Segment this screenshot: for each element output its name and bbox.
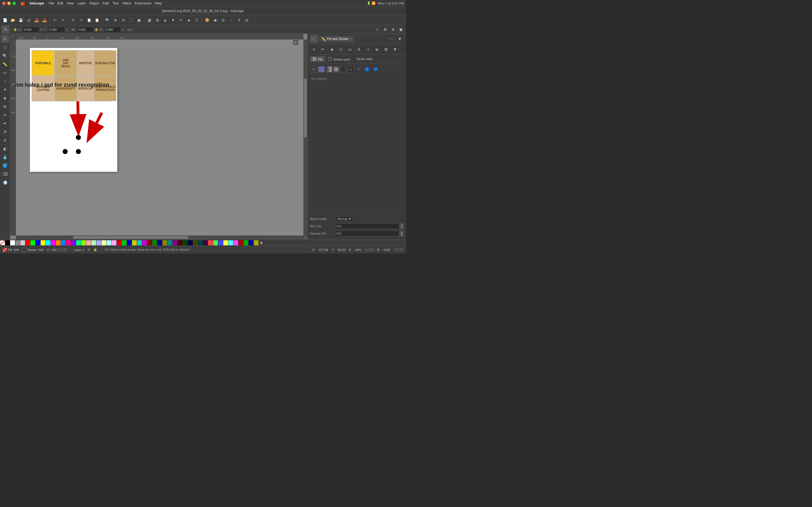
menu-help[interactable]: Help <box>155 1 162 5</box>
z-plus-btn[interactable]: + <box>370 248 373 251</box>
snap-node[interactable]: ⊛ <box>390 26 396 33</box>
page-indicator[interactable]: ⊞ <box>293 40 298 45</box>
paste-inplace-button[interactable]: 📋 <box>94 17 100 24</box>
xml-button[interactable]: ⟨⟩ <box>193 17 200 24</box>
raise-button[interactable]: ▲ <box>162 17 168 24</box>
palette-swatch-20[interactable] <box>107 240 112 245</box>
palette-swatch-44[interactable] <box>229 240 234 245</box>
opacity-plus-btn[interactable]: + <box>63 248 67 251</box>
text-tool[interactable]: A <box>1 136 9 144</box>
swatches-button[interactable]: ◉ <box>212 17 218 24</box>
panel-more-btn[interactable]: ⋯ <box>387 35 395 43</box>
palette-swatch-38[interactable] <box>198 240 203 245</box>
zoom-out-button[interactable]: ⊖ <box>120 17 126 24</box>
no-fill-swatch[interactable] <box>0 240 5 245</box>
x-input[interactable] <box>22 27 39 33</box>
panel-icon-5[interactable]: ▭ <box>346 45 354 53</box>
object-props-button[interactable]: ℹ <box>236 17 242 24</box>
paste-button[interactable]: 📋 <box>86 17 93 24</box>
palette-swatch-17[interactable] <box>91 240 96 245</box>
ungroup-button[interactable]: ⊞ <box>154 17 161 24</box>
palette-swatch-21[interactable] <box>112 240 117 245</box>
scrollbar-v-thumb[interactable] <box>304 78 307 137</box>
transform-button[interactable]: ↕ <box>227 17 234 24</box>
fill-stroke-button[interactable]: 🎨 <box>204 17 211 24</box>
opacity-input[interactable] <box>335 231 399 236</box>
menu-object[interactable]: Object <box>89 1 99 5</box>
palette-swatch-46[interactable] <box>239 240 244 245</box>
paint-custom2-btn[interactable]: 💙 <box>372 66 379 73</box>
fill-tab-stroke-paint[interactable]: Stroke paint <box>325 56 353 62</box>
group-button[interactable]: ▦ <box>146 17 153 24</box>
calligraphy-tool[interactable]: ☭ <box>1 128 9 136</box>
minimize-button[interactable] <box>7 2 11 5</box>
canvas-area[interactable]: -100 -50 0 50 100 150 200 250 0 50 100 1… <box>10 34 307 239</box>
palette-swatch-7[interactable] <box>41 240 46 245</box>
blur-input[interactable] <box>335 223 399 229</box>
palette-swatch-30[interactable] <box>157 240 162 245</box>
fill-tab-stroke-style[interactable]: Stroke style <box>354 56 375 62</box>
palette-scroll-right[interactable]: ▶ <box>259 240 264 245</box>
palette-swatch-15[interactable] <box>81 240 86 245</box>
palette-swatch-43[interactable] <box>223 240 229 245</box>
menu-filters[interactable]: Filters <box>122 1 132 5</box>
palette-swatch-48[interactable] <box>249 240 254 245</box>
open-button[interactable]: 📂 <box>10 17 16 24</box>
scrollbar-v[interactable] <box>303 40 307 235</box>
node-tool[interactable]: ⬡ <box>1 43 9 51</box>
opacity-down-btn[interactable]: ▼ <box>400 233 404 236</box>
dropper-tool[interactable]: 💧 <box>1 153 9 161</box>
palette-swatch-13[interactable] <box>71 240 76 245</box>
blend-mode-dropdown[interactable]: Normal ▼ <box>335 216 353 221</box>
palette-swatch-37[interactable] <box>193 240 198 245</box>
panel-icon-2[interactable]: ✏ <box>319 45 327 53</box>
palette-swatch-12[interactable] <box>66 240 71 245</box>
palette-swatch-28[interactable] <box>147 240 152 245</box>
save-button[interactable]: 💾 <box>17 17 24 24</box>
selector-tool[interactable]: ↖ <box>1 35 9 43</box>
palette-swatch-36[interactable] <box>188 240 193 245</box>
palette-swatch-32[interactable] <box>167 240 172 245</box>
paint-linear-btn[interactable] <box>326 66 332 72</box>
r-plus-btn[interactable]: + <box>399 248 403 251</box>
h-input[interactable] <box>104 27 121 33</box>
panel-nav-back[interactable]: ← <box>310 35 318 43</box>
palette-swatch-35[interactable] <box>183 240 188 245</box>
paint-custom1-btn[interactable]: 🔵 <box>363 66 371 73</box>
align-button[interactable]: ≡ <box>177 17 185 24</box>
zoom-tool[interactable]: 🔍 <box>1 52 9 60</box>
tab-close-icon[interactable]: ✕ <box>350 38 352 41</box>
rect-tool[interactable]: ▭ <box>1 69 9 76</box>
palette-swatch-8[interactable] <box>46 240 51 245</box>
palette-swatch-23[interactable] <box>122 240 127 245</box>
palette-swatch-14[interactable] <box>76 240 81 245</box>
palette-swatch-45[interactable] <box>234 240 239 245</box>
palette-swatch-25[interactable] <box>132 240 137 245</box>
palette-swatch-34[interactable] <box>177 240 183 245</box>
palette-swatch-6[interactable] <box>36 240 41 245</box>
palette-swatch-27[interactable] <box>142 240 147 245</box>
menu-text[interactable]: Text <box>113 1 119 5</box>
zoom-fit-button[interactable]: 🔍 <box>104 17 111 24</box>
palette-swatch-11[interactable] <box>61 240 66 245</box>
cut-button[interactable]: ✂ <box>78 17 85 24</box>
palette-swatch-19[interactable] <box>101 240 107 245</box>
z-minus-btn[interactable]: − <box>365 248 369 251</box>
paint-unknown-btn[interactable]: ? <box>355 66 362 73</box>
palette-swatch-24[interactable] <box>127 240 132 245</box>
zoom-in-button[interactable]: ⊕ <box>112 17 119 24</box>
palette-swatch-3[interactable] <box>20 240 26 245</box>
opacity-minus-btn[interactable]: − <box>58 248 62 251</box>
snap-bbox[interactable]: ▣ <box>398 26 404 33</box>
palette-swatch-39[interactable] <box>203 240 208 245</box>
scrollbar-h-thumb[interactable] <box>73 236 188 239</box>
palette-swatch-22[interactable] <box>117 240 122 245</box>
panel-extra-btn[interactable]: ▼ <box>396 35 404 43</box>
spray-tool[interactable]: 💨 <box>1 179 9 186</box>
w-input[interactable] <box>77 27 93 33</box>
paint-flat-btn[interactable] <box>318 66 324 72</box>
measure-tool[interactable]: 📏 <box>1 60 9 68</box>
palette-swatch-49[interactable] <box>254 240 259 245</box>
menu-extensions[interactable]: Extensions <box>135 1 151 5</box>
menu-layer[interactable]: Layer <box>77 1 86 5</box>
